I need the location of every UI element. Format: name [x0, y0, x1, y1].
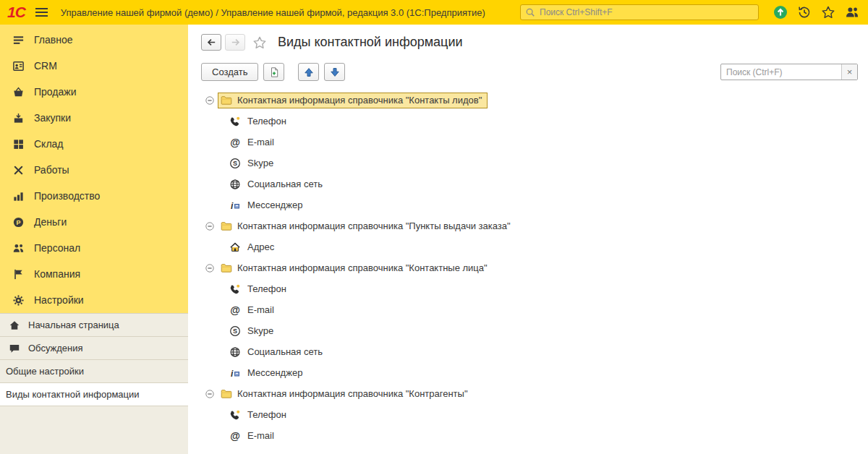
sidebar-item-raboty[interactable]: Работы — [0, 157, 188, 183]
warehouse-icon — [12, 138, 25, 150]
sidebar-item-zakupki[interactable]: Закупки — [0, 105, 188, 131]
main-content: Виды контактной информации Создать × Кон… — [188, 25, 868, 454]
tree-group-row[interactable]: Контактная информация справочника "Конта… — [205, 90, 858, 111]
collapse-icon[interactable] — [205, 264, 214, 273]
back-button[interactable] — [201, 34, 221, 51]
sidebar-footer-item-label: Виды контактной информации — [6, 389, 140, 400]
messenger-icon: i — [229, 200, 241, 211]
tree-group-row[interactable]: Контактная информация справочника "Пункт… — [205, 215, 858, 236]
topbar: 1С Управление нашей фирмой (демо) / Упра… — [0, 0, 868, 25]
sidebar-footer-item-home-page[interactable]: Начальная страница — [0, 314, 188, 337]
staff-icon — [12, 242, 25, 254]
tree-item-label: Мессенджер — [247, 200, 302, 210]
group-box: Контактная информация справочника "Пункт… — [218, 218, 516, 234]
folder-icon — [221, 220, 232, 232]
sidebar-item-label: Главное — [34, 34, 73, 46]
page-header: Виды контактной информации — [188, 25, 868, 51]
tree-item-label: Skype — [247, 158, 273, 168]
tree-item-row[interactable]: @E-mail — [205, 299, 858, 320]
sidebar-item-sklad[interactable]: Склад — [0, 131, 188, 157]
history-icon[interactable] — [797, 5, 812, 20]
tree-group-label: Контактная информация справочника "Конта… — [237, 95, 482, 106]
svg-text:S: S — [233, 160, 237, 167]
sidebar-item-dengi[interactable]: РДеньги — [0, 209, 188, 235]
tree-item-label: E-mail — [247, 430, 274, 441]
folder-icon — [221, 95, 232, 106]
folder-icon — [221, 388, 232, 400]
email-icon: @ — [229, 430, 241, 442]
tree-item-row[interactable]: iМессенджер — [205, 362, 858, 383]
tree-item-row[interactable]: SSkype — [205, 153, 858, 174]
collapse-icon[interactable] — [205, 222, 214, 231]
collapse-icon[interactable] — [205, 390, 214, 398]
main-icon — [12, 34, 25, 46]
sidebar-footer: Начальная страницаОбсужденияОбщие настро… — [0, 313, 188, 454]
list-toolbar: Создать × — [188, 51, 868, 81]
address-icon — [229, 241, 241, 253]
move-up-button[interactable] — [298, 63, 319, 81]
tree-item-label: E-mail — [247, 137, 274, 147]
skype-icon: S — [229, 325, 241, 337]
create-button[interactable]: Создать — [201, 63, 258, 81]
sidebar-footer-item-discussions[interactable]: Обсуждения — [0, 337, 188, 360]
global-search[interactable] — [520, 4, 759, 20]
tree-item-row[interactable]: @E-mail — [205, 425, 858, 446]
list-search: × — [720, 64, 858, 80]
phone-icon — [229, 283, 241, 295]
tree-group-label: Контактная информация справочника "Контр… — [237, 388, 468, 399]
support-upload-icon[interactable] — [773, 5, 788, 20]
tree-item-row[interactable]: Телефон — [205, 278, 858, 299]
messenger-icon: i — [229, 367, 241, 379]
global-search-input[interactable] — [538, 7, 754, 18]
svg-text:Р: Р — [17, 218, 21, 226]
sidebar-item-nastroyki[interactable]: Настройки — [0, 287, 188, 313]
sidebar-footer-item-common-settings[interactable]: Общие настройки — [0, 360, 188, 383]
svg-text:S: S — [233, 327, 237, 335]
add-favorite-star-icon[interactable] — [252, 35, 267, 50]
sidebar-item-proizvodstvo[interactable]: Производство — [0, 183, 188, 209]
forward-button[interactable] — [225, 34, 245, 51]
settings-icon — [12, 294, 25, 307]
tree-group-row[interactable]: Контактная информация справочника "Контр… — [205, 383, 858, 404]
tree-item-row[interactable]: Социальная сеть — [205, 174, 858, 194]
production-icon — [12, 190, 25, 202]
sidebar-footer-item-contact-info-kinds[interactable]: Виды контактной информации — [0, 383, 188, 406]
users-icon[interactable] — [845, 5, 859, 20]
tree-item-row[interactable]: Социальная сеть — [205, 341, 858, 362]
email-icon: @ — [229, 304, 241, 316]
svg-text:i: i — [231, 200, 234, 210]
tree-item-label: Skype — [247, 325, 273, 336]
sidebar-item-glavnoe[interactable]: Главное — [0, 27, 188, 53]
favorites-star-icon[interactable] — [821, 5, 835, 20]
tree-item-row[interactable]: iМессенджер — [205, 194, 858, 215]
topbar-icons — [773, 5, 859, 20]
list-search-input[interactable] — [721, 67, 841, 77]
collapse-icon[interactable] — [205, 96, 214, 105]
tree-item-label: Социальная сеть — [247, 346, 323, 357]
main-menu-button[interactable] — [33, 5, 51, 20]
copy-button[interactable] — [263, 63, 284, 81]
sidebar-item-label: Настройки — [34, 294, 84, 306]
sidebar-item-crm[interactable]: CRM — [0, 53, 188, 79]
clear-search-button[interactable]: × — [841, 64, 857, 80]
money-icon: Р — [12, 216, 25, 228]
tree-item-label: Мессенджер — [247, 367, 302, 378]
tree-group-row[interactable]: Контактная информация справочника "Конта… — [205, 257, 858, 278]
search-icon — [525, 7, 535, 17]
tree-group-label: Контактная информация справочника "Конта… — [237, 262, 488, 273]
discussions-icon — [9, 343, 20, 354]
phone-icon — [229, 116, 241, 127]
sidebar-item-personal[interactable]: Персонал — [0, 235, 188, 261]
sidebar-item-kompaniya[interactable]: Компания — [0, 261, 188, 287]
email-icon: @ — [229, 137, 241, 148]
tree-item-row[interactable]: SSkype — [205, 320, 858, 341]
tree-item-row[interactable]: Телефон — [205, 111, 858, 132]
phone-icon — [229, 409, 241, 421]
move-down-button[interactable] — [324, 63, 345, 81]
tree-item-row[interactable]: @E-mail — [205, 132, 858, 153]
sidebar-item-prodazhi[interactable]: Продажи — [0, 79, 188, 105]
window-title: Управление нашей фирмой (демо) / Управле… — [61, 7, 485, 18]
folder-icon — [221, 262, 232, 274]
tree-item-row[interactable]: Адрес — [205, 236, 858, 257]
tree-item-row[interactable]: Телефон — [205, 404, 858, 425]
